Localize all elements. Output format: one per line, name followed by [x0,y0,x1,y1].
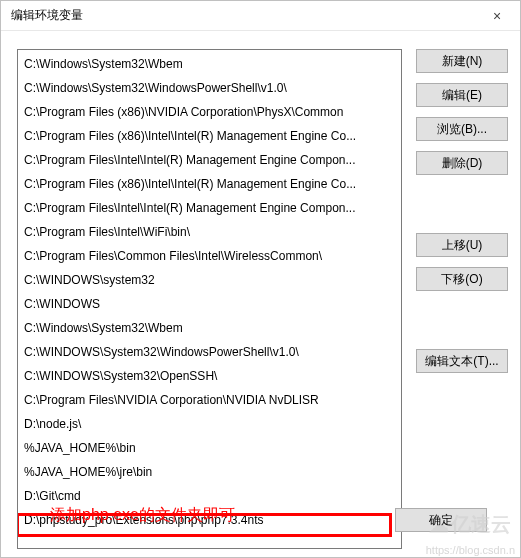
list-item[interactable]: C:\Program Files (x86)\Intel\Intel(R) Ma… [18,124,401,148]
window-title: 编辑环境变量 [11,7,83,24]
new-button[interactable]: 新建(N) [416,49,508,73]
logo-watermark: ☁ 亿速云 [429,511,511,538]
dialog-window: 编辑环境变量 × C:\Windows\System32\Wbem C:\Win… [0,0,521,558]
list-item[interactable]: %JAVA_HOME%\jre\bin [18,460,401,484]
delete-button[interactable]: 删除(D) [416,151,508,175]
spacer [416,185,508,223]
cloud-icon: ☁ [429,513,449,537]
browse-button[interactable]: 浏览(B)... [416,117,508,141]
list-item[interactable]: C:\Program Files\Intel\WiFi\bin\ [18,220,401,244]
edittext-button[interactable]: 编辑文本(T)... [416,349,508,373]
spacer [416,301,508,339]
movedown-button[interactable]: 下移(O) [416,267,508,291]
list-item[interactable]: C:\Program Files\Common Files\Intel\Wire… [18,244,401,268]
list-item[interactable]: C:\Windows\System32\WindowsPowerShell\v1… [18,76,401,100]
list-item[interactable]: C:\Program Files\Intel\Intel(R) Manageme… [18,196,401,220]
path-listbox[interactable]: C:\Windows\System32\Wbem C:\Windows\Syst… [17,49,402,549]
list-item[interactable]: C:\Program Files\NVIDIA Corporation\NVID… [18,388,401,412]
moveup-button[interactable]: 上移(U) [416,233,508,257]
list-item[interactable]: C:\Windows\System32\Wbem [18,52,401,76]
list-item[interactable]: C:\Windows\System32\Wbem [18,316,401,340]
close-icon[interactable]: × [482,4,512,28]
list-item[interactable]: D:\node.js\ [18,412,401,436]
list-item[interactable]: C:\WINDOWS\system32 [18,268,401,292]
content-area: C:\Windows\System32\Wbem C:\Windows\Syst… [1,31,520,557]
list-item[interactable]: C:\Program Files\Intel\Intel(R) Manageme… [18,148,401,172]
annotation-text: 添加php.exe的文件夹即可 [50,505,235,526]
logo-text: 亿速云 [451,511,511,538]
list-item[interactable]: %JAVA_HOME%\bin [18,436,401,460]
list-item[interactable]: C:\Program Files (x86)\NVIDIA Corporatio… [18,100,401,124]
list-item[interactable]: C:\WINDOWS\System32\WindowsPowerShell\v1… [18,340,401,364]
list-item[interactable]: C:\WINDOWS [18,292,401,316]
titlebar: 编辑环境变量 × [1,1,520,31]
button-column: 新建(N) 编辑(E) 浏览(B)... 删除(D) 上移(U) 下移(O) 编… [416,49,508,549]
list-item[interactable]: C:\WINDOWS\System32\OpenSSH\ [18,364,401,388]
edit-button[interactable]: 编辑(E) [416,83,508,107]
url-watermark: https://blog.csdn.n [426,544,515,556]
list-item[interactable]: C:\Program Files (x86)\Intel\Intel(R) Ma… [18,172,401,196]
